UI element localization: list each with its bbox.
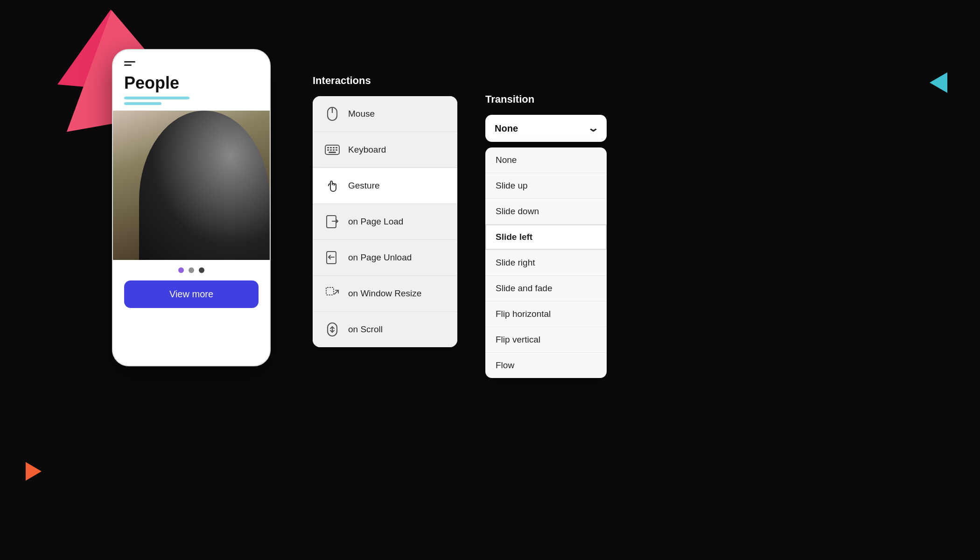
phone-frame: People View more — [112, 49, 271, 366]
phone-mockup: People View more — [112, 49, 271, 366]
interactions-panel: Interactions Mouse — [313, 75, 457, 347]
mouse-label: Mouse — [348, 109, 375, 119]
transition-option-slide-down[interactable]: Slide down — [485, 199, 607, 224]
dot-3 — [199, 267, 204, 273]
svg-rect-5 — [330, 147, 332, 148]
phone-title: People — [113, 70, 270, 95]
svg-rect-17 — [326, 287, 334, 295]
phone-header — [113, 50, 270, 70]
keyboard-icon — [325, 142, 340, 157]
subtitle-bar-short — [124, 102, 161, 105]
hamburger-icon — [124, 61, 135, 66]
phone-image — [113, 111, 270, 260]
svg-rect-12 — [329, 152, 336, 153]
transition-option-slide-up[interactable]: Slide up — [485, 173, 607, 199]
transition-option-flip-vertical[interactable]: Flip vertical — [485, 327, 607, 353]
svg-point-2 — [332, 109, 333, 111]
transition-option-slide-right[interactable]: Slide right — [485, 250, 607, 276]
svg-rect-6 — [333, 147, 335, 148]
dot-1 — [178, 267, 184, 273]
transition-panel: Transition None ⌄ None Slide up Slide do… — [485, 93, 607, 378]
decorative-triangle-orange — [26, 462, 42, 481]
scroll-icon — [325, 322, 340, 337]
svg-rect-8 — [327, 149, 329, 151]
transition-current-value: None — [495, 123, 518, 134]
interaction-mouse[interactable]: Mouse — [313, 96, 457, 132]
interaction-keyboard[interactable]: Keyboard — [313, 132, 457, 168]
decorative-triangle-blue — [930, 72, 947, 93]
transition-dropdown-button[interactable]: None ⌄ — [485, 115, 607, 142]
window-resize-label: on Window Resize — [348, 288, 421, 299]
page-unload-label: on Page Unload — [348, 252, 412, 263]
window-resize-icon — [325, 286, 340, 301]
page-load-label: on Page Load — [348, 217, 403, 227]
chevron-down-icon: ⌄ — [587, 122, 599, 134]
interaction-page-load[interactable]: on Page Load — [313, 204, 457, 240]
interaction-gesture[interactable]: Gesture — [313, 168, 457, 204]
subtitle-bar-long — [124, 97, 189, 99]
gesture-icon — [325, 178, 340, 193]
gesture-label: Gesture — [348, 181, 380, 191]
page-load-icon — [325, 214, 340, 229]
svg-rect-4 — [327, 147, 329, 148]
transition-option-slide-left[interactable]: Slide left — [485, 224, 607, 250]
phone-cta-label: View more — [169, 289, 213, 299]
svg-rect-7 — [336, 147, 337, 148]
svg-rect-10 — [333, 149, 335, 151]
transition-option-flow[interactable]: Flow — [485, 353, 607, 378]
dot-2 — [189, 267, 194, 273]
interactions-title: Interactions — [313, 75, 457, 87]
page-unload-icon — [325, 250, 340, 265]
svg-rect-9 — [330, 149, 332, 151]
interaction-scroll[interactable]: on Scroll — [313, 312, 457, 347]
svg-rect-11 — [336, 149, 337, 151]
scroll-label: on Scroll — [348, 324, 383, 335]
transition-options-list: None Slide up Slide down Slide left Slid… — [485, 147, 607, 378]
transition-title: Transition — [485, 93, 607, 105]
transition-option-slide-fade[interactable]: Slide and fade — [485, 276, 607, 301]
interactions-list: Mouse Keyboard — [313, 96, 457, 347]
phone-pagination-dots — [113, 260, 270, 280]
mouse-icon — [325, 106, 340, 121]
phone-cta-button[interactable]: View more — [124, 280, 259, 308]
transition-option-none[interactable]: None — [485, 147, 607, 173]
phone-subtitle-bars — [113, 95, 270, 111]
interaction-page-unload[interactable]: on Page Unload — [313, 240, 457, 276]
keyboard-label: Keyboard — [348, 145, 386, 155]
transition-option-flip-horizontal[interactable]: Flip horizontal — [485, 301, 607, 327]
interaction-window-resize[interactable]: on Window Resize — [313, 276, 457, 312]
